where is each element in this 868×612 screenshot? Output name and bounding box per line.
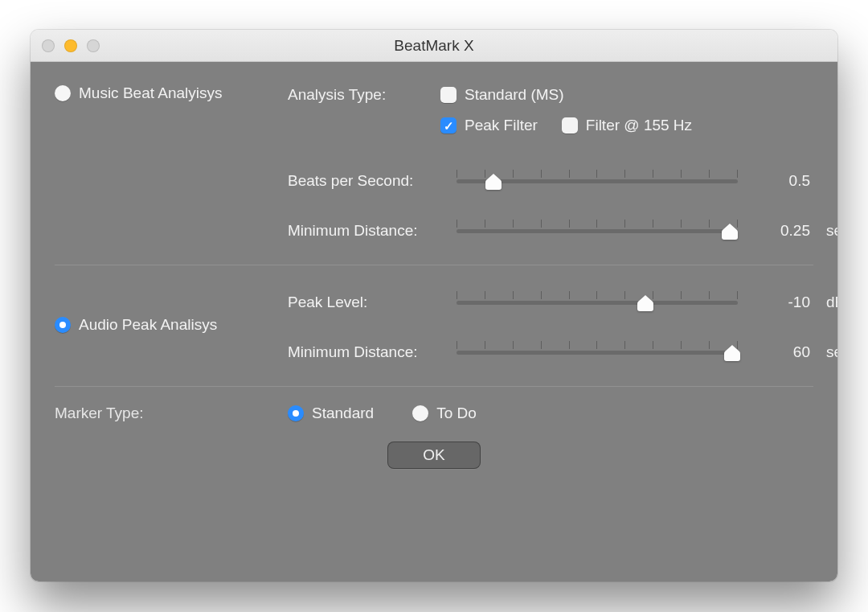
music-beat-radio[interactable]: Music Beat Analyisys: [55, 84, 222, 102]
traffic-zoom-icon[interactable]: [87, 39, 100, 52]
radio-bullet-icon: [55, 317, 71, 333]
mindist-b-unit: secs: [826, 343, 837, 361]
marker-todo-label: To Do: [436, 405, 477, 422]
bps-label: Beats per Second:: [288, 172, 440, 190]
app-window: BeatMark X Music Beat Analyisys Analysis…: [31, 30, 837, 581]
mindist-b-value: 60: [754, 343, 810, 361]
music-beat-section: Music Beat Analyisys Analysis Type: Stan…: [55, 84, 813, 244]
slider-thumb-icon[interactable]: [485, 173, 502, 191]
peak-level-slider[interactable]: [457, 290, 738, 315]
audio-peak-radio-label: Audio Peak Analisys: [79, 316, 217, 334]
checkbox-box-icon: [440, 87, 457, 103]
peak-filter-checkbox[interactable]: Peak Filter: [440, 117, 538, 134]
peak-level-unit: dB: [826, 294, 837, 311]
standard-ms-checkbox-label: Standard (MS): [465, 86, 564, 104]
bps-value: 0.5: [754, 172, 810, 190]
slider-thumb-icon[interactable]: [723, 344, 741, 362]
music-beat-radio-label: Music Beat Analyisys: [79, 84, 222, 102]
filter-155-checkbox-label: Filter @ 155 Hz: [586, 117, 692, 134]
mindist-b-slider[interactable]: [457, 339, 738, 365]
marker-type-label: Marker Type:: [55, 405, 288, 422]
filter-155-checkbox[interactable]: Filter @ 155 Hz: [562, 117, 692, 134]
traffic-minimize-icon[interactable]: [64, 39, 77, 52]
peak-level-label: Peak Level:: [288, 294, 440, 311]
marker-type-row: Marker Type: Standard To Do: [55, 405, 813, 422]
standard-ms-checkbox[interactable]: Standard (MS): [440, 86, 564, 104]
mindist-a-label: Minimum Distance:: [288, 222, 440, 240]
audio-peak-section: Audio Peak Analisys Peak Level: -10 dB M…: [55, 283, 813, 365]
radio-bullet-icon: [55, 85, 71, 101]
mindist-a-unit: secs: [826, 222, 837, 240]
ok-button[interactable]: OK: [387, 442, 481, 469]
mindist-a-value: 0.25: [754, 222, 810, 240]
window-traffic-lights: [42, 30, 100, 61]
peak-filter-checkbox-label: Peak Filter: [465, 117, 538, 134]
audio-peak-radio[interactable]: Audio Peak Analisys: [55, 316, 217, 334]
window-title: BeatMark X: [394, 37, 473, 55]
radio-bullet-icon: [288, 405, 304, 421]
dialog-body: Music Beat Analyisys Analysis Type: Stan…: [31, 62, 837, 581]
marker-standard-label: Standard: [312, 405, 374, 422]
mindist-b-label: Minimum Distance:: [288, 343, 440, 361]
analysis-type-label: Analysis Type:: [288, 86, 440, 104]
slider-thumb-icon[interactable]: [637, 294, 654, 312]
marker-todo-radio[interactable]: To Do: [412, 405, 477, 422]
marker-standard-radio[interactable]: Standard: [288, 405, 374, 422]
ok-button-label: OK: [423, 446, 444, 464]
slider-thumb-icon[interactable]: [721, 223, 739, 240]
radio-bullet-icon: [412, 405, 428, 421]
section-divider: [55, 265, 813, 265]
bps-slider[interactable]: [457, 168, 738, 194]
checkbox-box-icon: [440, 117, 457, 133]
traffic-close-icon[interactable]: [42, 39, 55, 52]
peak-level-value: -10: [754, 294, 810, 311]
titlebar: BeatMark X: [31, 30, 837, 62]
checkbox-box-icon: [562, 117, 578, 133]
section-divider: [55, 386, 813, 387]
mindist-a-slider[interactable]: [457, 218, 738, 244]
